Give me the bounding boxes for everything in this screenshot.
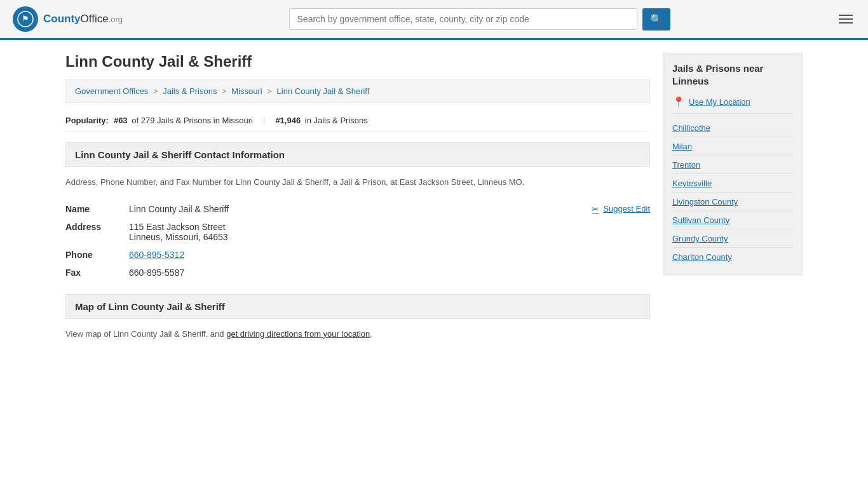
map-description: View map of Linn County Jail & Sheriff, … <box>65 328 650 341</box>
breadcrumb-link-govt[interactable]: Government Offices <box>75 86 148 96</box>
fax-value: 660-895-5587 <box>129 268 650 278</box>
page-title: Linn County Jail & Sheriff <box>65 53 650 71</box>
fax-label: Fax <box>65 268 129 278</box>
sidebar-link-grundy[interactable]: Grundy County <box>672 234 728 243</box>
sidebar-link-keytesville[interactable]: Keytesville <box>672 179 712 188</box>
phone-row: Phone 660-895-5312 <box>65 246 650 264</box>
location-pin-icon: 📍 <box>672 96 685 108</box>
search-icon: 🔍 <box>650 14 663 25</box>
logo-area: ⚑ CountyOffice.org <box>13 6 123 32</box>
sidebar-link-item: Trenton <box>672 156 793 174</box>
sidebar-link-item: Sullivan County <box>672 211 793 229</box>
address-value: 115 East Jackson Street Linneus, Missour… <box>129 222 650 242</box>
sidebar-link-chillicothe[interactable]: Chillicothe <box>672 123 710 133</box>
breadcrumb-sep-1: > <box>153 86 158 96</box>
name-row: Name Linn County Jail & Sheriff ✂ Sugges… <box>65 200 650 218</box>
logo-text: CountyOffice.org <box>43 13 123 25</box>
sidebar-links: Chillicothe Milan Trenton Keytesville Li… <box>672 119 793 266</box>
breadcrumb-link-current[interactable]: Linn County Jail & Sheriff <box>277 86 370 96</box>
edit-icon: ✂ <box>592 204 599 214</box>
address-label: Address <box>65 222 129 232</box>
map-desc-before: View map of Linn County Jail & Sheriff, … <box>65 329 226 339</box>
breadcrumb: Government Offices > Jails & Prisons > M… <box>65 79 650 103</box>
popularity-divider: | <box>263 116 265 125</box>
menu-button[interactable] <box>836 12 855 26</box>
suggest-edit-link[interactable]: ✂ Suggest Edit <box>592 204 650 214</box>
name-label: Name <box>65 204 129 214</box>
sidebar-title: Jails & Prisons near Linneus <box>672 62 793 87</box>
breadcrumb-sep-2: > <box>222 86 227 96</box>
breadcrumb-link-missouri[interactable]: Missouri <box>231 86 262 96</box>
address-line1: 115 East Jackson Street <box>129 222 650 232</box>
content-area: Linn County Jail & Sheriff Government Of… <box>65 53 650 340</box>
popularity-rank-national: #1,946 in Jails & Prisons <box>275 116 367 125</box>
popularity-bar: Popularity: #63 of 279 Jails & Prisons i… <box>65 109 650 132</box>
fax-row: Fax 660-895-5587 <box>65 264 650 281</box>
sidebar-link-item: Chariton County <box>672 248 793 266</box>
address-line2: Linneus, Missouri, 64653 <box>129 232 650 242</box>
sidebar-link-item: Keytesville <box>672 174 793 193</box>
address-row: Address 115 East Jackson Street Linneus,… <box>65 218 650 246</box>
sidebar-link-trenton[interactable]: Trenton <box>672 160 700 170</box>
sidebar: Jails & Prisons near Linneus 📍 Use My Lo… <box>663 53 803 340</box>
sidebar-link-livingston[interactable]: Livingston County <box>672 197 738 207</box>
sidebar-link-chariton[interactable]: Chariton County <box>672 252 732 262</box>
sidebar-link-item: Livingston County <box>672 193 793 211</box>
use-location-link[interactable]: Use My Location <box>689 97 750 107</box>
contact-info-table: Name Linn County Jail & Sheriff ✂ Sugges… <box>65 200 650 281</box>
svg-text:⚑: ⚑ <box>22 14 29 24</box>
popularity-rank-local: #63 of 279 Jails & Prisons in Missouri <box>114 116 253 125</box>
site-header: ⚑ CountyOffice.org 🔍 <box>0 0 868 40</box>
phone-link[interactable]: 660-895-5312 <box>129 250 184 260</box>
search-button[interactable]: 🔍 <box>642 8 670 30</box>
sidebar-link-item: Grundy County <box>672 229 793 248</box>
sidebar-link-milan[interactable]: Milan <box>672 142 692 151</box>
map-section-header: Map of Linn County Jail & Sheriff <box>65 294 650 319</box>
logo-icon: ⚑ <box>13 6 38 32</box>
search-area: 🔍 <box>289 8 670 30</box>
breadcrumb-link-jails[interactable]: Jails & Prisons <box>163 86 217 96</box>
contact-description: Address, Phone Number, and Fax Number fo… <box>65 176 650 189</box>
phone-label: Phone <box>65 250 129 260</box>
sidebar-box: Jails & Prisons near Linneus 📍 Use My Lo… <box>663 53 803 275</box>
sidebar-link-item: Milan <box>672 137 793 156</box>
driving-directions-link[interactable]: get driving directions from your locatio… <box>226 329 370 339</box>
main-container: Linn County Jail & Sheriff Government Of… <box>53 40 815 353</box>
search-input[interactable] <box>289 8 637 30</box>
use-location-row: 📍 Use My Location <box>672 96 793 114</box>
phone-value: 660-895-5312 <box>129 250 650 260</box>
sidebar-link-sullivan[interactable]: Sullivan County <box>672 215 729 225</box>
breadcrumb-sep-3: > <box>267 86 272 96</box>
name-value: Linn County Jail & Sheriff <box>129 204 592 214</box>
sidebar-link-item: Chillicothe <box>672 119 793 137</box>
contact-section-header: Linn County Jail & Sheriff Contact Infor… <box>65 142 650 167</box>
map-desc-after: . <box>370 329 372 339</box>
popularity-label: Popularity: <box>65 116 109 125</box>
